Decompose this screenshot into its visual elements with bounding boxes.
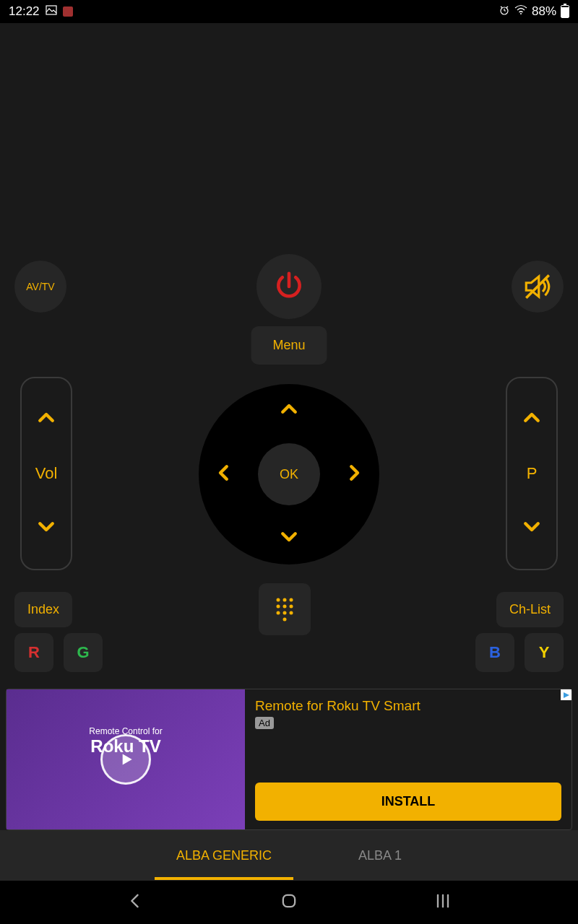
keypad-icon <box>274 596 296 622</box>
chlist-button[interactable]: Ch-List <box>496 592 564 627</box>
tab-1-label: ALBA GENERIC <box>176 848 272 863</box>
top-row: AV/TV <box>0 254 578 319</box>
app-icon <box>63 6 73 17</box>
back-button[interactable] <box>125 891 145 914</box>
ad-thumbnail[interactable]: Remote Control for Roku TV <box>7 689 245 829</box>
program-label: P <box>527 464 538 483</box>
svg-point-15 <box>282 611 286 615</box>
ad-content: Remote for Roku TV Smart Ad INSTALL <box>245 689 571 829</box>
dpad: OK <box>199 384 379 565</box>
svg-point-17 <box>282 618 286 622</box>
color-buttons-row: R G B Y <box>0 633 578 672</box>
svg-point-12 <box>282 605 286 609</box>
menu-label: Menu <box>272 338 305 352</box>
ok-button[interactable]: OK <box>258 443 320 505</box>
status-right: 88% <box>499 4 569 19</box>
battery-text: 88% <box>532 4 556 19</box>
program-rocker: P <box>506 377 558 570</box>
tab-2-label: ALBA 1 <box>358 848 402 863</box>
red-label: R <box>28 643 40 662</box>
svg-rect-20 <box>283 895 295 907</box>
gallery-icon <box>46 4 57 19</box>
volume-up-button[interactable] <box>35 407 57 432</box>
yellow-button[interactable]: Y <box>525 633 564 672</box>
svg-marker-18 <box>123 754 132 764</box>
program-down-button[interactable] <box>521 515 543 540</box>
status-bar: 12:22 88% <box>0 0 578 23</box>
volume-down-button[interactable] <box>35 515 57 540</box>
svg-line-5 <box>506 6 508 8</box>
svg-point-10 <box>289 598 293 602</box>
ad-choices-icon[interactable] <box>561 689 571 700</box>
svg-marker-19 <box>564 692 569 698</box>
svg-point-6 <box>520 13 522 14</box>
dpad-up-button[interactable] <box>278 398 300 423</box>
tab-alba-generic[interactable]: ALBA GENERIC <box>176 834 272 878</box>
green-button[interactable]: G <box>64 633 103 672</box>
power-icon <box>273 271 305 302</box>
play-icon <box>100 734 151 785</box>
yellow-label: Y <box>539 643 550 662</box>
avtv-button[interactable]: AV/TV <box>14 261 66 313</box>
device-tabs: ALBA GENERIC ALBA 1 <box>0 830 578 881</box>
mute-icon <box>522 271 553 302</box>
home-button[interactable] <box>279 891 299 914</box>
blue-label: B <box>489 643 501 662</box>
power-button[interactable] <box>256 254 322 319</box>
ad-title: Remote for Roku TV Smart <box>255 698 561 714</box>
index-label: Index <box>27 602 59 616</box>
navigation-bar <box>0 881 578 924</box>
status-time: 12:22 <box>9 4 40 19</box>
svg-point-8 <box>276 598 280 602</box>
keypad-button[interactable] <box>259 583 311 635</box>
status-left: 12:22 <box>9 4 73 19</box>
mid-row: Index Ch-List <box>0 583 578 635</box>
svg-line-4 <box>501 6 502 8</box>
svg-point-11 <box>276 605 280 609</box>
menu-button[interactable]: Menu <box>251 326 327 365</box>
mute-button[interactable] <box>512 261 564 313</box>
tab-alba-1[interactable]: ALBA 1 <box>358 834 402 878</box>
ok-label: OK <box>280 467 298 482</box>
install-button[interactable]: INSTALL <box>255 783 561 821</box>
green-label: G <box>77 643 89 662</box>
red-button[interactable]: R <box>14 633 53 672</box>
svg-point-13 <box>289 605 293 609</box>
svg-point-16 <box>289 611 293 615</box>
install-label: INSTALL <box>381 794 436 808</box>
alarm-icon <box>499 4 510 19</box>
battery-icon <box>561 5 569 18</box>
dpad-down-button[interactable] <box>278 526 300 550</box>
recents-button[interactable] <box>433 891 453 914</box>
wifi-icon <box>514 4 527 19</box>
dpad-right-button[interactable] <box>343 462 365 487</box>
chlist-label: Ch-List <box>509 602 551 616</box>
dpad-left-button[interactable] <box>213 462 235 487</box>
index-button[interactable]: Index <box>14 592 72 627</box>
avtv-label: AV/TV <box>26 281 54 292</box>
back-icon <box>125 891 145 911</box>
ad-banner[interactable]: Remote Control for Roku TV Remote for Ro… <box>6 689 572 830</box>
volume-label: Vol <box>35 464 58 483</box>
svg-point-9 <box>282 598 286 602</box>
svg-point-14 <box>276 611 280 615</box>
home-icon <box>279 891 299 911</box>
program-up-button[interactable] <box>521 407 543 432</box>
ad-badge: Ad <box>255 717 274 729</box>
recents-icon <box>433 891 453 911</box>
volume-rocker: Vol <box>20 377 72 570</box>
blue-button[interactable]: B <box>475 633 514 672</box>
